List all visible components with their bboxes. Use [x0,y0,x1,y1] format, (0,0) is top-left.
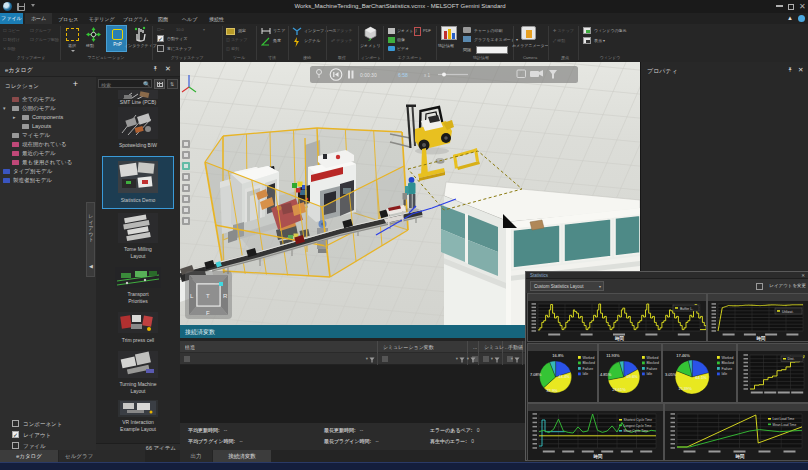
svg-text:Worked: Worked [722,356,734,360]
svg-text:59.6%: 59.6% [626,374,638,379]
svg-text:T: T [206,293,210,299]
svg-text:Failure: Failure [722,367,733,371]
svg-text:Worked: Worked [647,356,659,360]
svg-text:Worked: Worked [583,356,595,360]
svg-text:6:58: 6:58 [398,72,408,78]
svg-text:Shortest Cycle Time: Shortest Cycle Time [624,418,653,422]
svg-text:Mean Load Time: Mean Load Time [773,423,797,427]
svg-text:Last Load Time: Last Load Time [773,417,795,421]
svg-text:R: R [223,293,228,299]
svg-text:15.39%: 15.39% [678,386,692,391]
svg-text:時間: 時間 [757,335,767,341]
svg-text:17.46%: 17.46% [676,353,690,358]
svg-text:7.08%: 7.08% [530,372,542,377]
svg-text:Idle: Idle [722,372,728,376]
svg-text:時間: 時間 [736,453,746,460]
svg-text:Longest Cycle Time: Longest Cycle Time [624,424,652,428]
svg-text:Buffer L.: Buffer L. [680,307,693,311]
svg-text:x 1: x 1 [424,73,431,78]
svg-text:Failure: Failure [647,367,658,371]
svg-text:64.1%: 64.1% [695,375,707,380]
svg-text:Blocked: Blocked [647,361,660,365]
svg-text:Blocked: Blocked [583,361,596,365]
svg-text:Idle: Idle [647,372,653,376]
svg-text:0:00:30: 0:00:30 [360,72,377,78]
svg-text:時間: 時間 [615,335,625,341]
svg-text:16.8%: 16.8% [552,353,564,358]
svg-text:Mean Cycle Time: Mean Cycle Time [624,429,649,433]
svg-text:Failure: Failure [583,367,594,371]
svg-text:3.05%: 3.05% [665,372,677,377]
svg-text:4.85%: 4.85% [600,372,612,377]
svg-text:11.93%: 11.93% [606,353,620,358]
svg-text:F: F [206,310,210,316]
svg-text:Blocked: Blocked [722,361,735,365]
svg-text:23.61%: 23.61% [612,387,626,392]
svg-text:Dist.: Dist. [788,357,795,361]
svg-text:32.9%: 32.9% [546,388,558,393]
svg-text:Idle: Idle [583,372,589,376]
svg-text:43.4%: 43.4% [558,374,570,379]
svg-text:時間: 時間 [594,453,604,460]
svg-text:Utilizat.: Utilizat. [782,310,794,314]
